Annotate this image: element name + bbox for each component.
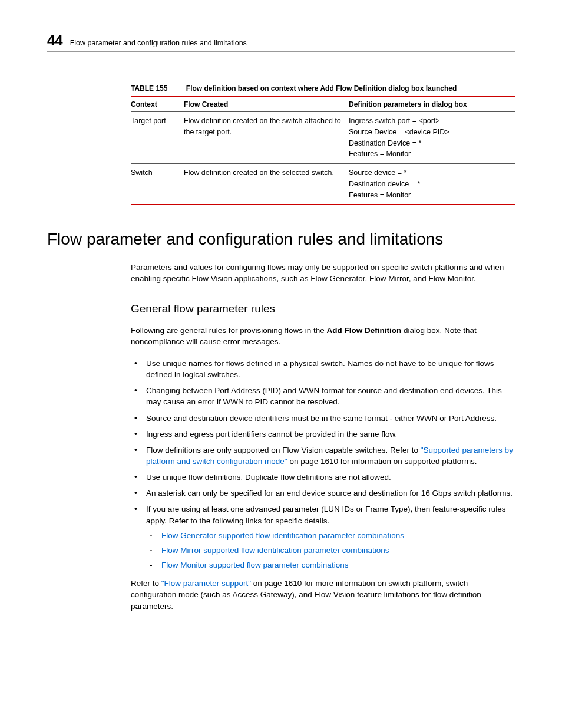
list-item: An asterisk can only be specified for an… [131,487,515,499]
flow-definition-table: Context Flow Created Definition paramete… [131,96,515,205]
cell-flow-created: Flow definition created on the selected … [184,164,349,205]
outro-paragraph: Refer to "Flow parameter support" on pag… [131,578,515,611]
bullet-list: Use unique names for flows defined in a … [131,358,515,571]
cell-context: Switch [131,164,184,205]
sub-bullet-list: Flow Generator supported flow identifica… [146,530,515,571]
intro-paragraph: Parameters and values for configuring fl… [131,262,515,284]
sub-intro-paragraph: Following are general rules for provisio… [131,325,515,347]
flow-generator-link[interactable]: Flow Generator supported flow identifica… [161,531,404,540]
list-item: Ingress and egress port identifiers cann… [131,429,515,440]
flow-mirror-link[interactable]: Flow Mirror supported flow identificatio… [161,546,389,555]
cell-params: Ingress switch port = <port> Source Devi… [349,112,515,164]
cell-params: Source device = * Destination device = *… [349,164,515,205]
flow-parameter-support-link[interactable]: "Flow parameter support" [161,579,251,588]
table-label: TABLE 155 [131,84,167,93]
table-header-params: Definition parameters in dialog box [349,97,515,112]
table-caption-text: Flow definition based on context where A… [186,84,457,93]
table-header-flow-created: Flow Created [184,97,349,112]
list-item: Flow definitions are only supported on F… [131,444,515,467]
table-header-context: Context [131,97,184,112]
page-header: 44 Flow parameter and configuration rule… [47,32,515,52]
list-item: Flow Generator supported flow identifica… [146,530,515,541]
cell-context: Target port [131,112,184,164]
table-row: Target port Flow definition created on t… [131,112,515,164]
table-header-row: Context Flow Created Definition paramete… [131,97,515,112]
table-row: Switch Flow definition created on the se… [131,164,515,205]
list-item: Flow Monitor supported flow parameter co… [146,559,515,571]
page-number: 44 [47,32,63,49]
list-item: Changing between Port Address (PID) and … [131,385,515,407]
list-item: Flow Mirror supported flow identificatio… [146,545,515,556]
flow-monitor-link[interactable]: Flow Monitor supported flow parameter co… [161,561,348,569]
list-item: Use unique flow definitions. Duplicate f… [131,472,515,483]
cell-flow-created: Flow definition created on the switch at… [184,112,349,164]
table-caption: TABLE 155 Flow definition based on conte… [131,84,515,93]
list-item: Use unique names for flows defined in a … [131,358,515,380]
sub-section-title: General flow parameter rules [131,302,515,315]
dialog-name-bold: Add Flow Definition [326,326,401,335]
list-item: Source and destination device identifier… [131,413,515,424]
list-item: If you are using at least one advanced p… [131,503,515,571]
section-title: Flow parameter and configuration rules a… [47,230,515,249]
running-title: Flow parameter and configuration rules a… [70,39,247,47]
